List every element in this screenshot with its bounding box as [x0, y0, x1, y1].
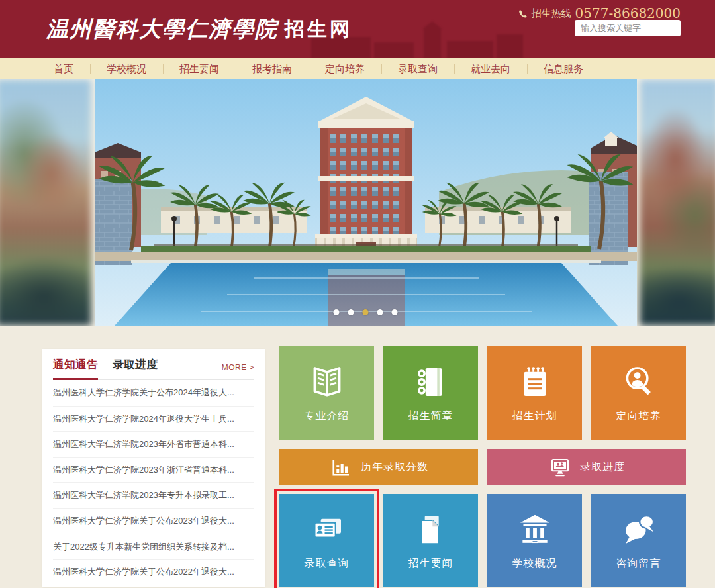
tiles-row-2: 历年录取分数 录取进度 [279, 449, 686, 485]
site-logo[interactable]: 温州醫科大學仁濟學院 招生网 [46, 0, 352, 58]
nav-item[interactable]: 招生要闻 [163, 58, 236, 79]
bar-chart-icon [329, 456, 353, 479]
carousel-next-slide [640, 79, 715, 326]
notice-item[interactable]: 温州医科大学仁济学院2024年退役大学生士兵... [53, 406, 254, 432]
feature-tile[interactable]: 学校概况 [487, 494, 582, 587]
notice-tab[interactable]: 录取进度 [113, 357, 158, 380]
banner-label: 历年录取分数 [361, 460, 428, 474]
tiles-row-3: 录取查询 招生要闻 学校概况 咨询留言 [279, 494, 686, 587]
bank-icon [516, 511, 553, 548]
feature-tile[interactable]: 专业介绍 [279, 346, 374, 440]
tiles-row-1: 专业介绍 招生简章 招生计划 定向培养 [279, 346, 686, 440]
monitor-icon [548, 456, 572, 479]
carousel-dot[interactable] [377, 309, 383, 315]
more-link[interactable]: MORE > [222, 363, 254, 379]
brochure-icon [309, 364, 346, 401]
tile-label: 学校概况 [512, 557, 557, 571]
hotline-number: 0577-86682000 [575, 5, 681, 21]
phone-icon [518, 9, 528, 19]
tile-label: 招生简章 [408, 409, 453, 423]
feature-tile[interactable]: 录取查询 [279, 494, 374, 587]
nav-item[interactable]: 报考指南 [236, 58, 309, 79]
main-nav: 首页学校概况招生要闻报考指南定向培养录取查询就业去向信息服务 [0, 58, 715, 79]
notepad-icon [516, 364, 553, 401]
documents-icon [412, 511, 450, 548]
search-box [575, 20, 681, 36]
notebook-icon [412, 364, 450, 401]
nav-item[interactable]: 定向培养 [309, 58, 381, 79]
search-input[interactable] [575, 23, 681, 33]
admissions-homepage: 温州醫科大學仁濟學院 招生网 招生热线 0577-86682000 首页学校概况… [0, 0, 715, 588]
tile-label: 专业介绍 [305, 409, 350, 423]
logo-college-name: 温州醫科大學仁濟學院 [46, 15, 278, 44]
tile-label: 招生计划 [512, 409, 557, 423]
nav-item[interactable]: 首页 [37, 58, 90, 79]
hero-carousel [0, 79, 715, 326]
tile-label: 招生要闻 [408, 557, 453, 571]
banner-label: 录取进度 [580, 460, 625, 474]
carousel-dot[interactable] [363, 309, 369, 315]
nav-item[interactable]: 录取查询 [381, 58, 454, 79]
logo-site-name: 招生网 [285, 16, 352, 43]
feature-banner[interactable]: 录取进度 [487, 449, 686, 485]
tile-label: 咨询留言 [616, 557, 661, 571]
carousel-dot[interactable] [392, 309, 398, 315]
carousel-dot[interactable] [348, 309, 354, 315]
nav-item[interactable]: 信息服务 [527, 58, 600, 79]
hotline-label: 招生热线 [532, 7, 571, 20]
nav-item[interactable]: 学校概况 [90, 58, 163, 79]
hotline: 招生热线 0577-86682000 [518, 5, 681, 21]
tile-label: 录取查询 [305, 557, 350, 571]
nav-list: 首页学校概况招生要闻报考指南定向培养录取查询就业去向信息服务 [37, 58, 715, 79]
person-search-icon [620, 364, 657, 401]
content-area: 通知通告录取进度MORE > 温州医科大学仁济学院关于公布2024年退役大...… [0, 326, 715, 588]
notice-item[interactable]: 温州医科大学仁济学院2023年外省市普通本科... [53, 431, 254, 457]
hero-main-building [315, 97, 417, 252]
carousel-dots [334, 309, 398, 315]
carousel-prev-slide [0, 79, 91, 326]
notice-panel: 通知通告录取进度MORE > 温州医科大学仁济学院关于公布2024年退役大...… [42, 349, 265, 587]
carousel-dot[interactable] [334, 309, 340, 315]
feature-banner[interactable]: 历年录取分数 [279, 449, 478, 485]
notice-list: 温州医科大学仁济学院关于公布2024年退役大...温州医科大学仁济学院2024年… [53, 380, 254, 585]
notice-item[interactable]: 温州医科大学仁济学院2023年专升本拟录取工... [53, 482, 254, 508]
notice-item[interactable]: 温州医科大学仁济学院2023年浙江省普通本科... [53, 457, 254, 483]
nav-item[interactable]: 就业去向 [454, 58, 527, 79]
notice-item[interactable]: 关于2022级专升本新生党团组织关系转接及档... [53, 534, 254, 560]
notice-tab-row: 通知通告录取进度MORE > [53, 357, 254, 380]
site-header: 温州醫科大學仁濟學院 招生网 招生热线 0577-86682000 [0, 0, 715, 58]
hero-campus-photo [95, 79, 637, 326]
notice-item[interactable]: 温州医科大学仁济学院关于公布2023年退役大... [53, 508, 254, 534]
notice-tab[interactable]: 通知通告 [53, 357, 98, 380]
feature-tile[interactable]: 咨询留言 [591, 494, 686, 587]
chat-icon [620, 511, 657, 548]
tile-label: 定向培养 [616, 409, 661, 423]
feature-tile[interactable]: 招生要闻 [383, 494, 478, 587]
feature-tile[interactable]: 定向培养 [591, 346, 686, 440]
feature-tile[interactable]: 招生简章 [383, 346, 478, 440]
notice-item[interactable]: 温州医科大学仁济学院关于公布2022年退役大... [53, 559, 254, 585]
feature-tile[interactable]: 招生计划 [487, 346, 582, 440]
notice-item[interactable]: 温州医科大学仁济学院关于公布2024年退役大... [53, 380, 254, 406]
id-card-icon [309, 511, 346, 548]
